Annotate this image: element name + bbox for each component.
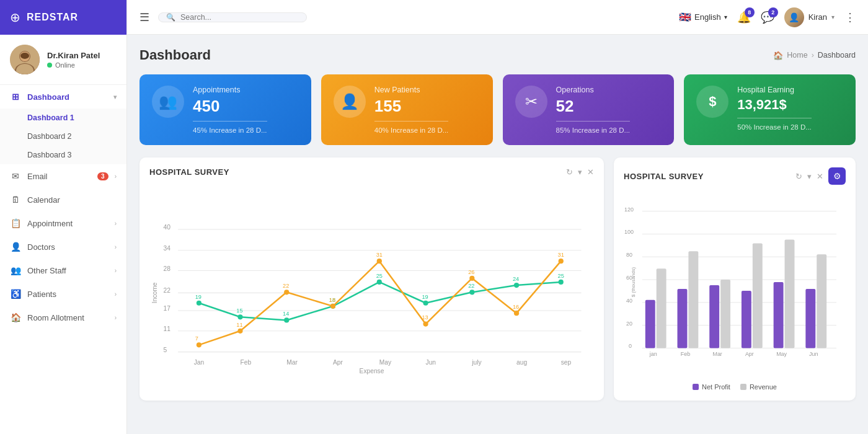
search-input[interactable] xyxy=(180,13,280,22)
svg-point-33 xyxy=(237,314,242,319)
patients-icon: ♿ xyxy=(10,289,21,299)
sidebar-item-appointment[interactable]: 📋 Appointment › xyxy=(0,211,126,235)
svg-text:Feb: Feb xyxy=(240,359,251,366)
sidebar-item-dashboard1[interactable]: Dashboard 1 xyxy=(0,108,126,127)
breadcrumb: 🏠 Home › Dashboard xyxy=(773,51,856,60)
close-icon-bar[interactable]: ✕ xyxy=(817,172,823,181)
chevron-right-icon-6: › xyxy=(115,314,117,321)
line-chart-svg: .grid-line { stroke: #e8e8e8; stroke-wid… xyxy=(149,184,594,383)
svg-text:sep: sep xyxy=(561,359,572,366)
svg-text:11: 11 xyxy=(236,322,242,328)
sidebar-item-email[interactable]: ✉ Email 3 › xyxy=(0,164,126,188)
svg-rect-86 xyxy=(678,289,688,348)
chevron-right-icon-2: › xyxy=(115,220,117,227)
breadcrumb-home: Home xyxy=(787,51,807,60)
more-options-button[interactable]: ⋮ xyxy=(844,11,856,24)
svg-text:0: 0 xyxy=(629,343,632,349)
sidebar-item-other-staff[interactable]: 👥 Other Staff › xyxy=(0,259,126,282)
bar-chart-title: HOSPITAL SURVEY xyxy=(624,172,704,181)
chevron-down-icon-chart[interactable]: ▾ xyxy=(578,167,582,177)
chevron-down-icon-bar[interactable]: ▾ xyxy=(807,172,812,181)
status-text: Online xyxy=(55,61,75,69)
hamburger-button[interactable]: ☰ xyxy=(140,11,149,24)
sidebar-item-doctors[interactable]: 👤 Doctors › xyxy=(0,235,126,259)
chevron-right-icon: › xyxy=(115,173,117,180)
operations-icon: ✂ xyxy=(515,86,547,118)
header-user-name: Kiran xyxy=(808,12,827,22)
new-patients-info: New Patients 155 40% Increase in 28 D... xyxy=(374,86,449,134)
sidebar-item-dashboard2[interactable]: Dashboard 2 xyxy=(0,127,126,146)
dashboard-submenu: Dashboard 1 Dashboard 2 Dashboard 3 xyxy=(0,108,126,164)
search-bar[interactable]: 🔍 xyxy=(158,12,307,22)
svg-text:18: 18 xyxy=(329,297,335,303)
messages-button[interactable]: 💬 2 xyxy=(761,11,774,24)
svg-text:22: 22 xyxy=(164,287,171,294)
svg-point-38 xyxy=(469,290,474,294)
sidebar-item-calendar[interactable]: 🗓 Calendar xyxy=(0,188,126,211)
stat-card-new-patients: 👤 New Patients 155 40% Increase in 28 D.… xyxy=(321,74,493,145)
svg-text:16: 16 xyxy=(513,304,519,310)
message-badge: 2 xyxy=(768,7,778,17)
earning-sub: 50% Increase in 28 D... xyxy=(737,123,812,131)
svg-text:19: 19 xyxy=(195,294,202,300)
language-selector[interactable]: 🇬🇧 English ▾ xyxy=(679,11,727,23)
operations-title: Operations xyxy=(556,86,631,94)
svg-text:25: 25 xyxy=(558,273,564,279)
sidebar-item-patients[interactable]: ♿ Patients › xyxy=(0,282,126,306)
user-info: Dr.Kiran Patel Online xyxy=(47,51,100,69)
earning-icon: $ xyxy=(696,86,728,118)
sidebar-item-email-label: Email xyxy=(27,172,91,181)
svg-text:Apr: Apr xyxy=(745,351,754,357)
earning-value: 13,921$ xyxy=(737,97,812,113)
line-chart-wrap: .grid-line { stroke: #e8e8e8; stroke-wid… xyxy=(149,184,594,383)
notifications-button[interactable]: 🔔 8 xyxy=(737,11,751,24)
dashboard-icon: ⊞ xyxy=(10,92,21,102)
sidebar-item-room-allotment[interactable]: 🏠 Room Allotment › xyxy=(0,306,126,329)
email-icon: ✉ xyxy=(10,171,21,181)
svg-text:Income: Income xyxy=(151,282,158,303)
svg-text:14: 14 xyxy=(283,311,289,317)
new-patients-value: 155 xyxy=(374,97,449,116)
close-icon-chart[interactable]: ✕ xyxy=(587,167,594,177)
svg-point-40 xyxy=(559,280,564,285)
svg-point-36 xyxy=(377,280,382,285)
legend-net-profit: Net Profit xyxy=(693,383,730,391)
sidebar-item-doctors-label: Doctors xyxy=(27,242,108,252)
home-icon: 🏠 xyxy=(773,51,783,60)
svg-text:19: 19 xyxy=(422,294,428,300)
sidebar-item-other-staff-label: Other Staff xyxy=(27,266,108,275)
stat-card-operations: ✂ Operations 52 85% Increase in 28 D... xyxy=(503,74,675,145)
flag-icon: 🇬🇧 xyxy=(679,11,691,23)
sidebar-item-dashboard3[interactable]: Dashboard 3 xyxy=(0,146,126,164)
sidebar-item-dashboard-label: Dashboard xyxy=(27,92,107,102)
svg-rect-93 xyxy=(753,243,763,348)
bar-chart-wrap: .bar-axis-label { font-size: 9px; fill: … xyxy=(624,192,846,378)
sidebar-item-dashboard[interactable]: ⊞ Dashboard ▾ xyxy=(0,85,126,108)
svg-text:Jun: Jun xyxy=(426,359,436,366)
sidebar-item-patients-label: Patients xyxy=(27,290,108,299)
svg-rect-84 xyxy=(657,268,666,348)
svg-point-57 xyxy=(514,311,519,316)
refresh-icon[interactable]: ↻ xyxy=(566,167,573,177)
svg-text:22: 22 xyxy=(468,283,474,289)
page-title: Dashboard xyxy=(140,47,211,63)
svg-text:100: 100 xyxy=(624,229,634,235)
new-patients-sub: 40% Increase in 28 D... xyxy=(374,126,449,134)
svg-text:May: May xyxy=(776,351,787,357)
svg-text:25: 25 xyxy=(376,273,383,279)
svg-point-53 xyxy=(330,304,335,309)
doctors-icon: 👤 xyxy=(10,242,21,252)
stat-cards: 👥 Appointments 450 45% Increase in 28 D.… xyxy=(140,74,856,145)
user-menu-button[interactable]: 👤 Kiran ▾ xyxy=(784,7,835,27)
sidebar-item-room-allotment-label: Room Allotment xyxy=(27,313,108,322)
header: ☰ 🔍 🇬🇧 English ▾ 🔔 8 💬 2 👤 Kiran xyxy=(127,0,868,35)
breadcrumb-current: Dashboard xyxy=(818,51,856,60)
svg-rect-90 xyxy=(720,280,730,348)
settings-button[interactable]: ⚙ xyxy=(828,167,846,185)
svg-text:Mar: Mar xyxy=(712,351,722,357)
svg-point-6 xyxy=(20,53,29,59)
svg-point-39 xyxy=(514,283,519,288)
revenue-label: Revenue xyxy=(750,383,777,391)
refresh-icon-bar[interactable]: ↻ xyxy=(795,172,802,181)
bar-chart-legend: Net Profit Revenue xyxy=(624,383,846,391)
